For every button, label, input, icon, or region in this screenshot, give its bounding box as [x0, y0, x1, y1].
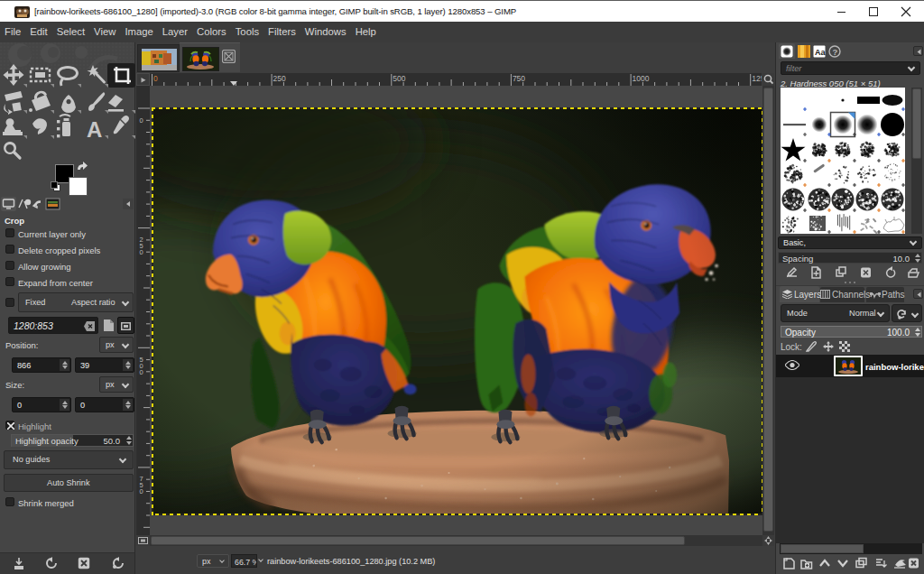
svg-text:500: 500 — [393, 74, 405, 83]
svg-text:A: A — [87, 117, 102, 142]
svg-text:Aa: Aa — [815, 48, 826, 57]
svg-text:750: 750 — [513, 74, 525, 83]
svg-text:1250: 1250 — [752, 74, 762, 83]
svg-text:?: ? — [833, 47, 838, 57]
svg-text:0: 0 — [140, 116, 143, 125]
svg-text:0: 0 — [140, 248, 143, 256]
svg-text:250: 250 — [273, 74, 286, 83]
svg-text:0: 0 — [153, 74, 158, 83]
svg-text:1000: 1000 — [633, 74, 650, 83]
svg-text:0: 0 — [140, 487, 143, 495]
svg-text:0: 0 — [140, 368, 143, 376]
